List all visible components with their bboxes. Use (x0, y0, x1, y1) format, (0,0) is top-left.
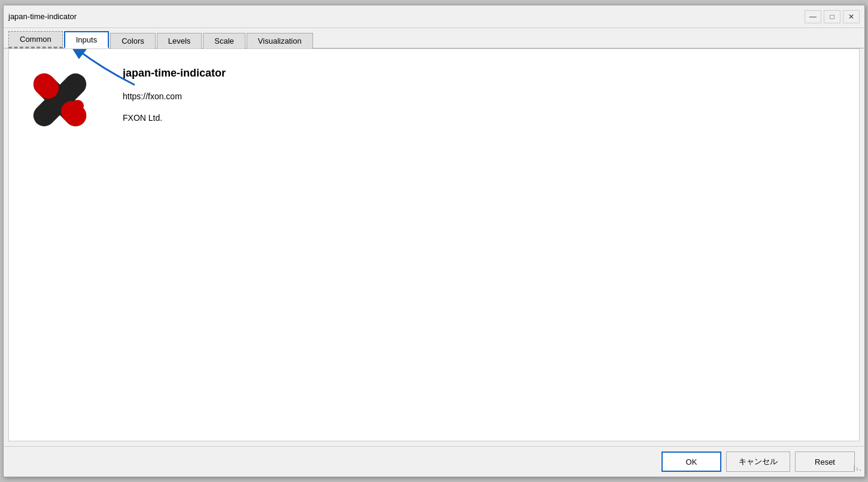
tab-levels[interactable]: Levels (157, 33, 202, 48)
content-area: japan-time-indicator https://fxon.com FX… (8, 48, 860, 441)
minimize-button[interactable]: — (805, 10, 821, 23)
arrow-svg (51, 48, 147, 91)
close-button[interactable]: ✕ (843, 10, 860, 23)
tab-common[interactable]: Common (8, 31, 63, 48)
reset-button[interactable]: Reset (795, 452, 855, 472)
window-controls: — □ ✕ (805, 10, 860, 23)
svg-point-4 (72, 100, 84, 112)
window-title: japan-time-indicator (8, 12, 77, 21)
tab-bar: Common Inputs Colors Levels Scale Visual… (4, 28, 864, 48)
maximize-button[interactable]: □ (824, 10, 840, 23)
title-bar: japan-time-indicator — □ ✕ (4, 5, 864, 28)
main-window: japan-time-indicator — □ ✕ Common Inputs… (3, 5, 865, 477)
footer-bar: OK キャンセル Reset (4, 446, 864, 477)
common-content: japan-time-indicator https://fxon.com FX… (9, 49, 859, 151)
cancel-button[interactable]: キャンセル (726, 452, 790, 472)
tab-inputs[interactable]: Inputs (64, 31, 109, 48)
indicator-url: https://fxon.com (123, 91, 226, 101)
tab-visualization[interactable]: Visualization (247, 33, 313, 48)
resize-handle[interactable] (854, 466, 861, 473)
tab-scale[interactable]: Scale (203, 33, 245, 48)
indicator-company: FXON Ltd. (123, 113, 226, 123)
tab-colors[interactable]: Colors (110, 33, 156, 48)
ok-button[interactable]: OK (661, 452, 721, 472)
